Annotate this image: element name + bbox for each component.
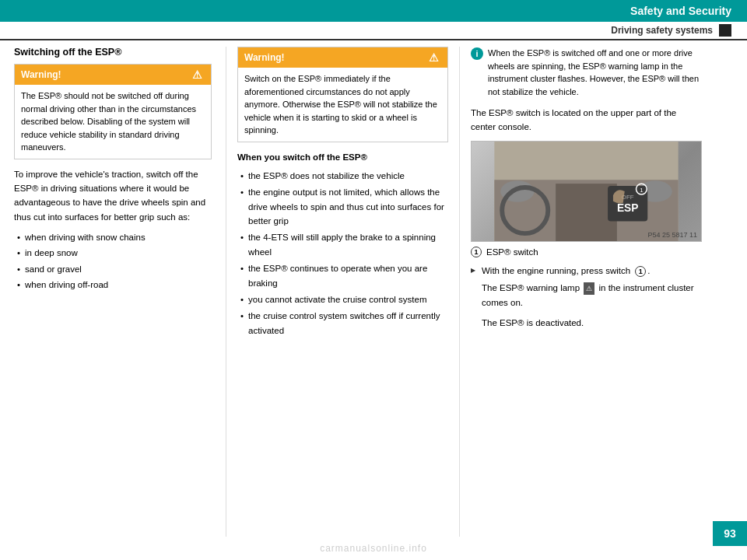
photo-reference: P54 25 5817 11 [647, 231, 697, 239]
header-top-bar: Safety and Security [0, 0, 747, 22]
car-image-inner: OFF ESP 1 P54 25 5817 11 [472, 142, 701, 241]
watermark: carmanualsonline.info [320, 543, 427, 554]
warning-label-mid: Warning! [244, 52, 285, 63]
info-text: When the ESP® is switched off and one or… [488, 47, 702, 98]
warning-box-left: Warning! ⚠ The ESP® should not be switch… [14, 64, 212, 159]
svg-text:ESP: ESP [617, 201, 639, 213]
lamp-text1: The ESP® warning lamp [482, 283, 580, 292]
section-heading: Switching off the ESP® [14, 47, 212, 58]
body-text-right: The ESP® switch is located on the upper … [471, 106, 702, 135]
chapter-title: Safety and Security [630, 5, 731, 17]
mid-column: Warning! ⚠ Switch on the ESP® immediatel… [226, 47, 459, 537]
warning-lamp-icon: ⚠ [584, 282, 594, 295]
arrow-text: With the engine running, press switch 1. [482, 266, 651, 275]
warning-text-mid: Switch on the ESP® immediately if the af… [244, 74, 437, 135]
page-number: 93 [713, 521, 747, 546]
left-column: Switching off the ESP® Warning! ⚠ The ES… [0, 47, 226, 537]
warning-body-mid: Switch on the ESP® immediately if the af… [238, 68, 447, 142]
warning-triangle-icon-left: ⚠ [189, 67, 205, 82]
warning-text-left: The ESP® should not be switched off duri… [21, 91, 196, 152]
warning-body-left: The ESP® should not be switched off duri… [15, 85, 211, 159]
list-item: the ESP® continues to operate when you a… [237, 261, 448, 290]
info-icon: i [471, 47, 483, 60]
list-item: in deep snow [14, 246, 212, 260]
section-title-header: Driving safety systems [611, 25, 713, 36]
list-item: the ESP® does not stabilize the vehicle [237, 169, 448, 183]
svg-text:1: 1 [640, 187, 643, 194]
header-bottom-bar: Driving safety systems [0, 22, 747, 40]
circle-number: 1 [471, 247, 482, 257]
mid-intro-text: When you switch off the ESP® [237, 150, 448, 164]
page-header: Safety and Security Driving safety syste… [0, 0, 747, 40]
list-item: sand or gravel [14, 262, 212, 276]
arrow-instruction: With the engine running, press switch 1. [471, 264, 702, 278]
esp-switch-caption: 1 ESP® switch [471, 247, 702, 257]
list-item: when driving with snow chains [14, 230, 212, 244]
warning-label-left: Warning! [21, 69, 61, 80]
warning-triangle-icon-mid: ⚠ [426, 50, 441, 65]
list-item: the engine output is not limited, which … [237, 185, 448, 228]
right-column: i When the ESP® is switched off and one … [459, 47, 713, 537]
main-content: Switching off the ESP® Warning! ⚠ The ES… [0, 47, 713, 537]
warning-box-mid: Warning! ⚠ Switch on the ESP® immediatel… [237, 47, 448, 142]
list-item: the 4-ETS will still apply the brake to … [237, 230, 448, 259]
lamp-instruction: The ESP® warning lamp ⚠ in the instrumen… [471, 281, 702, 310]
car-svg: OFF ESP 1 [472, 142, 701, 241]
list-item: the cruise control system switches off i… [237, 309, 448, 338]
switch-circle: 1 [635, 266, 646, 277]
car-image: OFF ESP 1 P54 25 5817 11 [471, 141, 702, 242]
bullet-list-left: when driving with snow chains in deep sn… [14, 230, 212, 292]
deactivated-text: The ESP® is deactivated. [471, 316, 702, 330]
list-item: when driving off-road [14, 278, 212, 292]
mid-bullet-list: the ESP® does not stabilize the vehicle … [237, 169, 448, 338]
body-text-left: To improve the vehicle's traction, switc… [14, 167, 212, 225]
warning-header-left: Warning! ⚠ [15, 65, 211, 85]
list-item: you cannot activate the cruise control s… [237, 292, 448, 306]
section-indicator [719, 24, 731, 37]
info-box: i When the ESP® is switched off and one … [471, 47, 702, 98]
warning-header-mid: Warning! ⚠ [238, 47, 447, 68]
